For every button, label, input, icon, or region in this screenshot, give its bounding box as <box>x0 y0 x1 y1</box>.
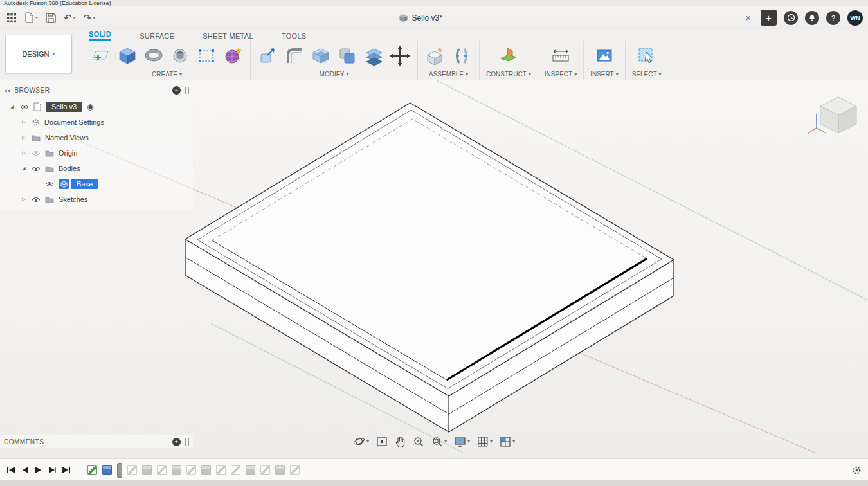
construct-dropdown[interactable]: CONSTRUCT ▾ <box>486 71 531 80</box>
look-at-button[interactable] <box>375 435 389 449</box>
workspace-selector[interactable]: DESIGN ▾ <box>5 35 72 73</box>
timeline-settings-button[interactable] <box>852 465 862 475</box>
expand-arrow-icon[interactable]: ◢ <box>9 104 15 109</box>
tab-sheet-metal[interactable]: SHEET METAL <box>203 32 253 41</box>
timeline-feature-extrude[interactable] <box>142 465 152 475</box>
new-component-button[interactable] <box>424 44 446 68</box>
fillet-button[interactable] <box>284 44 305 68</box>
browser-item-document-settings[interactable]: ▷ Document Settings <box>0 114 193 130</box>
user-avatar[interactable]: WN <box>847 10 863 26</box>
expand-arrow-icon[interactable]: ◢ <box>21 166 27 171</box>
insert-dropdown[interactable]: INSERT ▾ <box>590 71 619 80</box>
app-grid-button[interactable] <box>6 13 17 23</box>
browser-item-bodies[interactable]: ◢ Bodies <box>0 161 193 176</box>
activate-component-radio[interactable]: ◉ <box>87 102 93 111</box>
timeline-feature-sketch[interactable] <box>216 465 226 475</box>
browser-item-origin[interactable]: ▷ Origin <box>0 145 193 161</box>
step-back-button[interactable] <box>21 466 29 474</box>
visibility-eye-icon[interactable] <box>20 104 29 110</box>
body-name-selected[interactable]: Base <box>71 179 98 189</box>
visibility-eye-icon[interactable] <box>32 197 41 203</box>
go-to-end-button[interactable] <box>62 466 71 474</box>
fit-view-button[interactable]: ▾ <box>430 435 448 449</box>
grid-settings-button[interactable]: ▾ <box>476 435 494 449</box>
expand-arrow-icon[interactable]: ▷ <box>21 197 27 202</box>
measure-button[interactable] <box>550 44 572 68</box>
timeline-feature-extrude[interactable] <box>102 465 112 475</box>
assemble-dropdown[interactable]: ASSEMBLE ▾ <box>429 71 468 80</box>
comments-header[interactable]: COMMENTS + <box>0 435 193 448</box>
tab-tools[interactable]: TOOLS <box>282 32 307 41</box>
create-form-button[interactable] <box>222 44 244 68</box>
help-button[interactable]: ? <box>826 11 840 25</box>
visibility-eye-icon[interactable] <box>32 150 41 156</box>
pattern-button[interactable] <box>195 44 217 68</box>
view-cube[interactable] <box>805 91 864 147</box>
timeline-feature-sketch[interactable] <box>186 465 196 475</box>
collapse-panel-icon[interactable]: ◀◀ <box>4 88 10 93</box>
browser-item-sketches[interactable]: ▷ Sketches <box>0 192 193 207</box>
timeline-feature-sketch[interactable] <box>231 465 240 475</box>
tab-close-button[interactable]: × <box>745 12 751 23</box>
display-settings-button[interactable]: ▾ <box>453 435 471 449</box>
timeline-feature-extrude[interactable] <box>275 465 285 475</box>
timeline-feature-extrude[interactable] <box>246 465 255 475</box>
create-dropdown[interactable]: CREATE ▾ <box>152 71 182 80</box>
modify-dropdown[interactable]: MODIFY ▾ <box>320 71 349 80</box>
browser-item-named-views[interactable]: ▷ Named Views <box>0 130 193 145</box>
combine-button[interactable] <box>336 44 358 68</box>
select-dropdown[interactable]: SELECT ▾ <box>632 71 662 80</box>
minimize-browser-icon[interactable]: − <box>172 86 181 94</box>
panel-drag-grip[interactable] <box>185 438 189 446</box>
orbit-button[interactable]: ▾ <box>352 434 370 449</box>
insert-canvas-button[interactable] <box>593 44 615 68</box>
timeline-feature-extrude[interactable] <box>201 465 211 475</box>
panel-drag-grip[interactable] <box>185 87 189 94</box>
model-body-base[interactable] <box>185 103 674 432</box>
press-pull-button[interactable] <box>257 44 279 68</box>
expand-arrow-icon[interactable]: ▷ <box>21 135 27 140</box>
go-to-start-button[interactable] <box>6 466 15 474</box>
inspect-dropdown[interactable]: INSPECT ▾ <box>545 71 577 80</box>
select-button[interactable] <box>636 44 658 68</box>
component-name[interactable]: Sello v3 <box>46 102 82 112</box>
pan-button[interactable] <box>393 435 407 449</box>
step-forward-button[interactable] <box>48 466 56 474</box>
document-tab[interactable]: Sello v3* <box>95 14 745 22</box>
job-status-button[interactable] <box>784 11 798 25</box>
timeline-rollback-marker[interactable] <box>117 463 122 478</box>
play-button[interactable] <box>35 466 42 474</box>
notifications-button[interactable] <box>805 11 819 25</box>
browser-header[interactable]: ◀◀ BROWSER − <box>0 84 193 96</box>
joint-button[interactable] <box>451 44 473 68</box>
create-sketch-button[interactable] <box>90 44 112 68</box>
new-tab-button[interactable]: + <box>761 10 777 26</box>
undo-button[interactable]: ↶ ▾ <box>64 13 76 22</box>
zoom-button[interactable] <box>411 435 426 449</box>
shell-button[interactable] <box>310 44 332 68</box>
viewports-button[interactable]: ▾ <box>498 435 516 449</box>
timeline-feature-extrude[interactable] <box>172 465 181 475</box>
timeline-feature-sketch[interactable] <box>157 465 167 475</box>
file-menu-button[interactable]: ▾ <box>24 12 38 23</box>
redo-button[interactable]: ↷ ▾ <box>84 13 96 22</box>
tab-solid[interactable]: SOLID <box>89 30 111 41</box>
expand-arrow-icon[interactable]: ▷ <box>21 150 27 156</box>
timeline-feature-sketch[interactable] <box>290 465 300 475</box>
browser-item-base[interactable]: Base <box>0 176 193 192</box>
move-copy-button[interactable] <box>389 44 411 68</box>
expand-arrow-icon[interactable]: ▷ <box>21 120 27 125</box>
visibility-eye-icon[interactable] <box>45 181 54 187</box>
viewport[interactable]: ◀◀ BROWSER − ◢ Sello v3 ◉ <box>0 80 868 458</box>
add-comment-icon[interactable]: + <box>172 438 181 446</box>
construct-plane-button[interactable] <box>498 44 520 68</box>
save-button[interactable] <box>46 13 56 23</box>
body-silhouette[interactable] <box>185 103 674 432</box>
browser-item-root[interactable]: ◢ Sello v3 ◉ <box>0 99 193 114</box>
timeline-feature-sketch[interactable] <box>127 465 137 475</box>
revolve-button[interactable] <box>143 44 165 68</box>
visibility-eye-icon[interactable] <box>32 166 41 172</box>
offset-plane-button[interactable] <box>363 44 384 68</box>
timeline-feature-sketch[interactable] <box>260 465 270 475</box>
timeline-feature-sketch[interactable] <box>87 465 97 475</box>
